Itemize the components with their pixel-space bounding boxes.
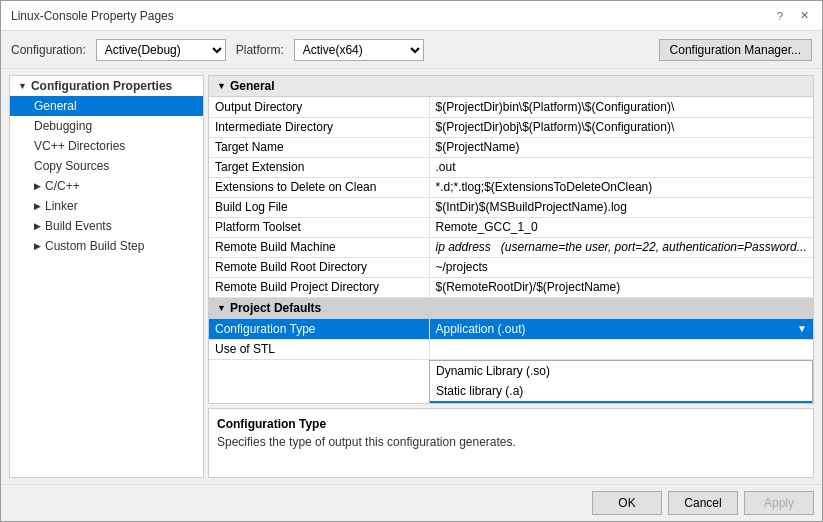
help-button[interactable]: ? bbox=[772, 8, 788, 24]
prop-value: *.d;*.tlog;$(ExtensionsToDeleteOnClean) bbox=[429, 177, 813, 197]
sidebar-item-vc-directories[interactable]: VC++ Directories bbox=[10, 136, 203, 156]
sidebar-item-build-events[interactable]: ▶ Build Events bbox=[10, 216, 203, 236]
table-row: Platform Toolset Remote_GCC_1_0 bbox=[209, 217, 813, 237]
config-select[interactable]: Active(Debug) bbox=[96, 39, 226, 61]
table-row: Build Log File $(IntDir)$(MSBuildProject… bbox=[209, 197, 813, 217]
table-row: Remote Build Project Directory $(RemoteR… bbox=[209, 277, 813, 297]
sidebar: ▼ Configuration Properties General Debug… bbox=[9, 75, 204, 478]
prop-name: Intermediate Directory bbox=[209, 117, 429, 137]
table-row: Use of STL bbox=[209, 339, 813, 359]
table-row: Remote Build Machine ip address (usernam… bbox=[209, 237, 813, 257]
project-defaults-section-header: ▼ Project Defaults bbox=[209, 298, 813, 319]
sidebar-root[interactable]: ▼ Configuration Properties bbox=[10, 76, 203, 96]
collapse-icon: ▼ bbox=[18, 81, 27, 91]
dropdown-option-static[interactable]: Static library (.a) bbox=[430, 381, 812, 401]
description-text: Specifies the type of output this config… bbox=[217, 435, 805, 449]
title-bar: Linux-Console Property Pages ? ✕ bbox=[1, 1, 822, 31]
project-defaults-properties: Configuration Type Application (.out) ▼ … bbox=[209, 319, 813, 360]
properties-table: ▼ General Output Directory $(ProjectDir)… bbox=[208, 75, 814, 404]
prop-name: Use of STL bbox=[209, 339, 429, 359]
prop-name: Target Name bbox=[209, 137, 429, 157]
toolbar: Configuration: Active(Debug) Platform: A… bbox=[1, 31, 822, 69]
prop-value bbox=[429, 339, 813, 359]
prop-name: Output Directory bbox=[209, 97, 429, 117]
prop-name: Remote Build Project Directory bbox=[209, 277, 429, 297]
close-button[interactable]: ✕ bbox=[796, 8, 812, 24]
prop-value: $(ProjectDir)obj\$(Platform)\$(Configura… bbox=[429, 117, 813, 137]
dropdown-options-panel: Dynamic Library (.so) Static library (.a… bbox=[429, 360, 813, 405]
table-row: Remote Build Root Directory ~/projects bbox=[209, 257, 813, 277]
sidebar-item-debugging[interactable]: Debugging bbox=[10, 116, 203, 136]
prop-value value-cell-italic: ip address (username=the user, port=22, … bbox=[429, 237, 813, 257]
dropdown-option-application[interactable]: Application (.out) bbox=[430, 401, 812, 405]
general-properties: Output Directory $(ProjectDir)bin\$(Plat… bbox=[209, 97, 813, 298]
cpp-expand-icon: ▶ bbox=[34, 181, 41, 191]
prop-name: Remote Build Machine bbox=[209, 237, 429, 257]
general-section-header: ▼ General bbox=[209, 76, 813, 97]
project-defaults-collapse-icon: ▼ bbox=[217, 303, 226, 313]
sidebar-item-cpp[interactable]: ▶ C/C++ bbox=[10, 176, 203, 196]
build-events-expand-icon: ▶ bbox=[34, 221, 41, 231]
general-collapse-icon: ▼ bbox=[217, 81, 226, 91]
dropdown-option-dynamic[interactable]: Dynamic Library (.so) bbox=[430, 361, 812, 381]
property-pages-window: Linux-Console Property Pages ? ✕ Configu… bbox=[0, 0, 823, 522]
prop-value: $(ProjectDir)bin\$(Platform)\$(Configura… bbox=[429, 97, 813, 117]
config-type-selected: Application (.out) bbox=[436, 322, 526, 336]
prop-name: Target Extension bbox=[209, 157, 429, 177]
platform-select[interactable]: Active(x64) bbox=[294, 39, 424, 61]
window-title: Linux-Console Property Pages bbox=[11, 9, 174, 23]
prop-name: Platform Toolset bbox=[209, 217, 429, 237]
description-panel: Configuration Type Specifies the type of… bbox=[208, 408, 814, 478]
prop-value: ~/projects bbox=[429, 257, 813, 277]
sidebar-item-copy-sources[interactable]: Copy Sources bbox=[10, 156, 203, 176]
prop-value: $(IntDir)$(MSBuildProjectName).log bbox=[429, 197, 813, 217]
table-row: Target Extension .out bbox=[209, 157, 813, 177]
prop-value: Remote_GCC_1_0 bbox=[429, 217, 813, 237]
config-type-row: Configuration Type Application (.out) ▼ bbox=[209, 319, 813, 340]
prop-value: .out bbox=[429, 157, 813, 177]
prop-name: Build Log File bbox=[209, 197, 429, 217]
table-row: Extensions to Delete on Clean *.d;*.tlog… bbox=[209, 177, 813, 197]
table-row: Output Directory $(ProjectDir)bin\$(Plat… bbox=[209, 97, 813, 117]
title-bar-controls: ? ✕ bbox=[772, 8, 812, 24]
ok-button[interactable]: OK bbox=[592, 491, 662, 515]
config-type-value[interactable]: Application (.out) ▼ bbox=[429, 319, 813, 340]
main-content: ▼ Configuration Properties General Debug… bbox=[1, 69, 822, 484]
general-section-label: General bbox=[230, 79, 275, 93]
description-title: Configuration Type bbox=[217, 417, 805, 431]
platform-label: Platform: bbox=[236, 43, 284, 57]
config-type-dropdown-arrow[interactable]: ▼ bbox=[797, 323, 807, 334]
custom-build-expand-icon: ▶ bbox=[34, 241, 41, 251]
sidebar-item-custom-build-step[interactable]: ▶ Custom Build Step bbox=[10, 236, 203, 256]
sidebar-item-linker[interactable]: ▶ Linker bbox=[10, 196, 203, 216]
cancel-button[interactable]: Cancel bbox=[668, 491, 738, 515]
prop-name: Extensions to Delete on Clean bbox=[209, 177, 429, 197]
right-panel: ▼ General Output Directory $(ProjectDir)… bbox=[208, 75, 814, 478]
prop-name: Remote Build Root Directory bbox=[209, 257, 429, 277]
table-row: Target Name $(ProjectName) bbox=[209, 137, 813, 157]
bottom-buttons: OK Cancel Apply bbox=[1, 484, 822, 521]
linker-expand-icon: ▶ bbox=[34, 201, 41, 211]
table-row: Intermediate Directory $(ProjectDir)obj\… bbox=[209, 117, 813, 137]
config-type-name: Configuration Type bbox=[209, 319, 429, 340]
prop-value: $(RemoteRootDir)/$(ProjectName) bbox=[429, 277, 813, 297]
sidebar-root-label: Configuration Properties bbox=[31, 79, 172, 93]
sidebar-item-general[interactable]: General bbox=[10, 96, 203, 116]
project-defaults-label: Project Defaults bbox=[230, 301, 321, 315]
apply-button[interactable]: Apply bbox=[744, 491, 814, 515]
prop-value: $(ProjectName) bbox=[429, 137, 813, 157]
config-manager-button[interactable]: Configuration Manager... bbox=[659, 39, 812, 61]
config-label: Configuration: bbox=[11, 43, 86, 57]
